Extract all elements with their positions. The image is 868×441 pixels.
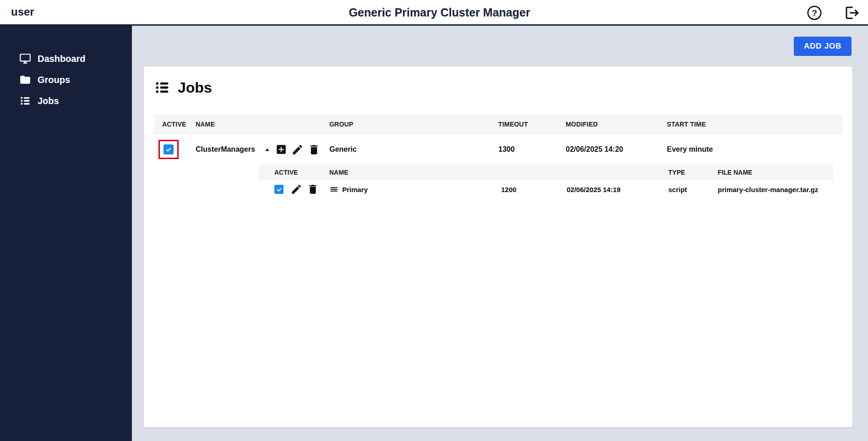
subjob-type: script [659,186,708,193]
job-group: Generic [321,145,490,154]
sidebar: Dashboard Groups Jobs [0,26,132,441]
job-subtable: ACTIVE NAME TYPE FILE NAME [259,165,833,198]
subtable-header: ACTIVE NAME TYPE FILE NAME [259,165,833,180]
col-header-name: NAME [187,121,321,128]
add-box-icon[interactable] [275,143,287,155]
jobs-table-header: ACTIVE NAME GROUP TIMEOUT MODIFIED START… [154,114,842,134]
jobs-card-heading: Jobs [154,78,842,97]
job-name: ClusterManagers [196,145,255,154]
sidebar-item-label: Jobs [38,96,59,106]
col-header-active: ACTIVE [154,121,187,128]
delete-icon[interactable] [307,183,319,195]
subcol-header-name: NAME [325,169,490,176]
top-bar: user Generic Primary Cluster Manager ? [0,0,868,26]
delete-icon[interactable] [308,143,320,156]
subjob-row-actions [289,183,325,195]
sidebar-item-groups[interactable]: Groups [0,69,132,90]
job-modified: 02/06/2025 14:20 [557,145,659,154]
table-row-job: ClusterManagers Generic [154,134,842,165]
list-icon [19,95,31,107]
subjob-timeout: 1200 [490,186,557,193]
folder-icon [19,74,31,86]
job-active-checkbox[interactable] [164,144,174,154]
sidebar-item-jobs[interactable]: Jobs [0,90,132,111]
sidebar-item-dashboard[interactable]: Dashboard [0,48,132,69]
subcol-header-file-name: FILE NAME [708,169,833,176]
subjob-name: Primary [342,186,368,193]
logout-button[interactable] [844,5,860,21]
help-icon: ? [807,5,822,21]
table-row-subjob: Primary 1200 02/06/2025 14:19 script pri… [259,180,833,198]
drag-handle-icon[interactable] [329,185,338,194]
subcol-header-type: TYPE [659,169,708,176]
highlight-box [158,140,179,159]
list-icon [154,79,170,96]
add-job-button[interactable]: ADD JOB [794,37,852,56]
sidebar-item-label: Dashboard [38,54,85,64]
job-timeout: 1300 [490,145,557,154]
svg-text:?: ? [812,8,817,18]
logout-icon [844,5,860,21]
col-header-group: GROUP [321,121,490,128]
subjob-modified: 02/06/2025 14:19 [557,186,659,193]
subcol-header-active: ACTIVE [259,169,325,176]
edit-icon[interactable] [290,183,302,195]
jobs-card: Jobs ACTIVE NAME GROUP TIMEOUT MODIFIED … [144,66,852,427]
col-header-start-time: START TIME [659,121,842,128]
job-start-time: Every minute [659,145,842,154]
col-header-modified: MODIFIED [557,121,659,128]
sidebar-item-label: Groups [38,75,70,85]
app-title: Generic Primary Cluster Manager [349,6,530,19]
subjob-active-checkbox[interactable] [274,185,284,194]
jobs-table: ACTIVE NAME GROUP TIMEOUT MODIFIED START… [154,114,842,198]
job-row-actions [263,143,320,156]
subjob-file-name: primary-cluster-manager.tar.gz [708,186,833,193]
help-button[interactable]: ? [806,5,823,21]
current-user-label: user [11,6,34,18]
col-header-timeout: TIMEOUT [490,121,557,128]
monitor-icon [19,53,31,65]
edit-icon[interactable] [291,143,304,156]
collapse-icon[interactable] [263,146,271,154]
page-title: Jobs [178,79,212,96]
